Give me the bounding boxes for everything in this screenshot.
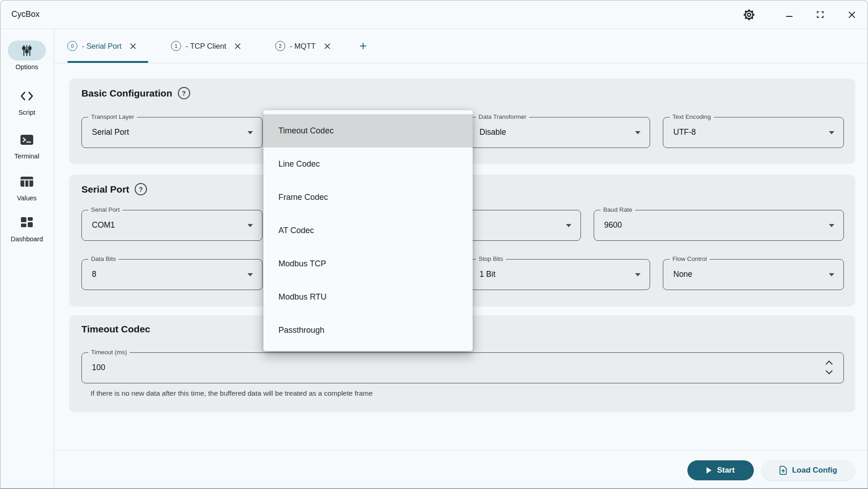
- sidebar-label: Values: [0, 194, 53, 202]
- chevron-down-icon: [829, 273, 834, 276]
- chevron-down-icon: [829, 131, 834, 134]
- add-tab-button[interactable]: +: [359, 29, 367, 63]
- chevron-down-icon: [635, 131, 641, 134]
- serial-port-title: Serial Port ?: [81, 183, 147, 195]
- minimize-icon: [785, 10, 793, 19]
- chevron-down-icon: [635, 273, 641, 276]
- play-icon: [707, 467, 712, 474]
- field-value: Disable: [479, 117, 506, 147]
- tab-bar: 0 - Serial Port 1 - TCP Client 2 - MQTT …: [54, 29, 868, 63]
- chevron-down-icon: [247, 224, 253, 227]
- field-value: None: [673, 260, 692, 289]
- menu-item-timeout-codec[interactable]: Timeout Codec: [263, 114, 473, 148]
- menu-item-at-codec[interactable]: AT Codec: [263, 214, 473, 247]
- menu-item-frame-codec[interactable]: Frame Codec: [263, 181, 473, 214]
- title-bar: CycBox: [0, 0, 868, 29]
- tab-close-icon[interactable]: [130, 43, 136, 50]
- sidebar-label: Options: [0, 63, 53, 71]
- tab-tcp-client[interactable]: 1 - TCP Client: [171, 29, 252, 63]
- tab-close-icon[interactable]: [324, 43, 331, 50]
- chevron-down-icon: [247, 273, 253, 276]
- field-value: 8: [92, 260, 96, 289]
- tab-close-icon[interactable]: [234, 43, 241, 50]
- tab-label: - MQTT: [290, 42, 316, 51]
- codec-dropdown-menu: Timeout Codec Line Codec Frame Codec AT …: [263, 110, 473, 351]
- sidebar-label: Dashboard: [0, 235, 53, 243]
- baud-rate-select[interactable]: Baud Rate 9600: [594, 210, 844, 241]
- minimize-button[interactable]: [781, 7, 797, 22]
- serial-port-select[interactable]: Serial Port COM1: [81, 210, 262, 241]
- data-transformer-select[interactable]: Data Transformer Disable: [469, 117, 650, 148]
- terminal-icon: [8, 130, 46, 150]
- footer-divider: [54, 450, 868, 450]
- sidebar: Options Script Terminal: [0, 29, 54, 488]
- section-title-text: Serial Port: [81, 184, 129, 195]
- maximize-icon: [816, 10, 824, 19]
- data-bits-select[interactable]: Data Bits 8: [81, 259, 262, 290]
- tune-sliders-icon: [20, 44, 34, 57]
- options-active-pill: [8, 41, 46, 61]
- sidebar-item-terminal[interactable]: Terminal: [0, 130, 53, 160]
- settings-button[interactable]: [741, 7, 757, 22]
- app-window: CycBox: [0, 0, 868, 489]
- tab-index-badge: 1: [171, 41, 181, 51]
- maximize-button[interactable]: [812, 7, 828, 22]
- menu-item-modbus-tcp[interactable]: Modbus TCP: [263, 247, 473, 280]
- table-columns-icon: [8, 172, 46, 192]
- dashboard-grid-icon: [8, 213, 46, 233]
- chevron-down-icon: [566, 224, 571, 227]
- stop-bits-select[interactable]: Stop Bits 1 Bit: [469, 259, 650, 290]
- start-button-label: Start: [717, 466, 735, 475]
- text-encoding-select[interactable]: Text Encoding UTF-8: [663, 117, 844, 148]
- tab-mqtt[interactable]: 2 - MQTT: [275, 29, 339, 63]
- timeout-helper-text: If there is no new data after this time,…: [91, 389, 373, 397]
- sidebar-label: Script: [0, 109, 53, 116]
- flow-control-select[interactable]: Flow Control None: [663, 259, 844, 290]
- tab-label: - Serial Port: [82, 42, 121, 51]
- field-value: COM1: [92, 210, 115, 240]
- basic-configuration-title: Basic Configuration ?: [81, 87, 190, 99]
- stepper-up-icon[interactable]: [826, 361, 833, 368]
- field-value: 1 Bit: [479, 260, 495, 289]
- section-title-text: Basic Configuration: [81, 88, 172, 99]
- code-brackets-icon: [8, 86, 46, 106]
- tab-label: - TCP Client: [186, 42, 226, 51]
- close-icon: [848, 11, 856, 19]
- sidebar-label: Terminal: [0, 153, 53, 160]
- chevron-down-icon: [247, 131, 253, 134]
- stepper-down-icon[interactable]: [826, 367, 833, 375]
- help-icon[interactable]: ?: [178, 87, 190, 99]
- load-config-button[interactable]: Load Config: [762, 460, 855, 480]
- menu-item-line-codec[interactable]: Line Codec: [263, 148, 473, 181]
- timeout-ms-input[interactable]: Timeout (ms) 100: [81, 352, 844, 383]
- app-title: CycBox: [11, 10, 40, 19]
- close-button[interactable]: [843, 7, 860, 22]
- field-value: 9600: [604, 210, 622, 240]
- sidebar-item-dashboard[interactable]: Dashboard: [0, 213, 53, 243]
- tab-index-badge: 2: [275, 41, 285, 51]
- gear-icon: [743, 9, 755, 21]
- menu-item-passthrough[interactable]: Passthrough: [263, 314, 473, 347]
- menu-item-modbus-rtu[interactable]: Modbus RTU: [263, 280, 473, 314]
- timeout-codec-title: Timeout Codec: [81, 324, 150, 335]
- field-value: 100: [92, 353, 105, 382]
- help-icon[interactable]: ?: [135, 183, 147, 195]
- sidebar-item-script[interactable]: Script: [0, 86, 53, 116]
- active-tab-underline: [67, 61, 148, 63]
- field-value: UTF-8: [673, 117, 696, 147]
- tab-index-badge: 0: [67, 41, 77, 51]
- file-upload-icon: [779, 466, 787, 475]
- transport-layer-select[interactable]: Transport Layer Serial Port: [81, 117, 262, 148]
- load-config-label: Load Config: [792, 466, 837, 475]
- start-button[interactable]: Start: [687, 460, 754, 480]
- tab-serial-port[interactable]: 0 - Serial Port: [67, 29, 148, 63]
- section-title-text: Timeout Codec: [81, 324, 150, 335]
- chevron-down-icon: [829, 224, 834, 227]
- field-value: Serial Port: [92, 117, 129, 147]
- sidebar-item-values[interactable]: Values: [0, 172, 53, 202]
- sidebar-item-options[interactable]: Options: [0, 41, 53, 71]
